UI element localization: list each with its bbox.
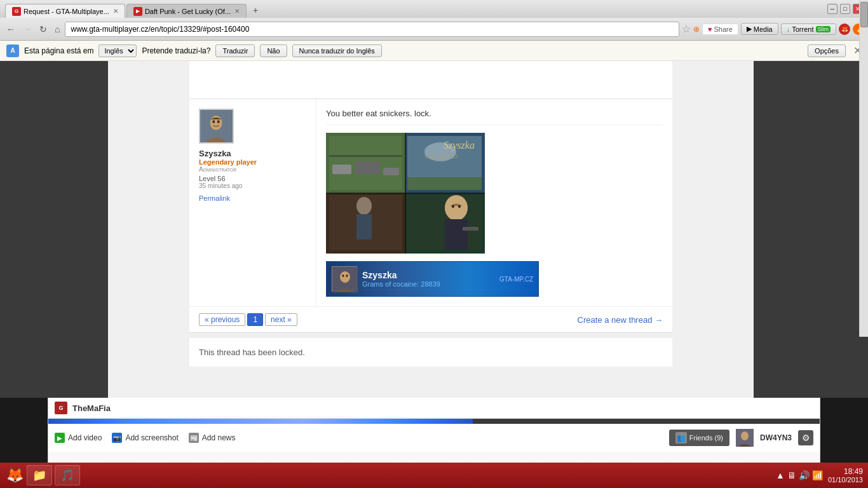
post-image-container: Szyszka GTA-SAMP.CZ [326, 133, 663, 254]
bottom-actions: ▶ Add video 📷 Add screenshot 📰 Add news … [48, 424, 820, 452]
author-name: Szyszka [199, 149, 306, 158]
add-video-label: Add video [68, 433, 102, 442]
post-text: You better eat snickers. lock. [326, 109, 663, 125]
share-button[interactable]: ♥ Share [702, 24, 738, 35]
svg-point-33 [346, 274, 348, 277]
torrent-button[interactable]: ↓ Torrent Slim [781, 24, 836, 35]
gta-tab-icon: G [12, 7, 21, 16]
translate-message: Esta página está em [24, 46, 93, 55]
settings-button[interactable]: ⚙ [798, 430, 813, 445]
post-author-column: Szyszka Legendary player Administrator L… [189, 99, 316, 306]
pagination-row: « previous 1 next » Create a new thread … [189, 307, 672, 333]
signal-icon: 📶 [812, 470, 823, 480]
maximize-button[interactable]: □ [840, 4, 850, 14]
taskbar-firefox-icon[interactable]: 🦊 [5, 466, 24, 485]
post-image: Szyszka GTA-SAMP.CZ [326, 133, 485, 254]
taskbar-system-icons: ▲ 🖥 🔊 📶 [776, 470, 823, 480]
back-button[interactable]: ← [4, 23, 18, 36]
thread-locked-message: This thread has been locked. [189, 338, 672, 367]
add-screenshot-button[interactable]: 📷 Add screenshot [112, 433, 178, 443]
avatar [199, 109, 234, 144]
tab-gta-close[interactable]: ✕ [113, 8, 118, 15]
sig-logo: GTA-MP.CZ [499, 276, 533, 283]
news-icon: 📰 [189, 433, 199, 443]
no-translate-button[interactable]: Não [260, 44, 287, 57]
translate-question: Pretende traduzi-la? [142, 46, 210, 55]
taskbar: 🦊 📁 🎵 ▲ 🖥 🔊 📶 18:49 01/10/2013 [0, 463, 868, 488]
taskbar-app-folder[interactable]: 📁 [27, 465, 52, 485]
author-level: Level 56 [199, 175, 306, 182]
progress-bar-container [48, 419, 820, 424]
bottom-right-actions: 👥 Friends (9) DW4YN3 ⚙ [669, 429, 813, 447]
tab-gta[interactable]: G Request - GTA-Multiplaye... ✕ [5, 4, 125, 18]
window-controls: ─ □ ✕ [827, 4, 863, 14]
user-avatar [736, 429, 754, 447]
tab-gta-label: Request - GTA-Multiplaye... [24, 8, 109, 15]
add-video-button[interactable]: ▶ Add video [55, 433, 102, 443]
taskbar-right: ▲ 🖥 🔊 📶 18:49 01/10/2013 [776, 467, 863, 484]
svg-point-3 [212, 120, 215, 123]
community-name: TheMaFia [72, 403, 111, 413]
bottom-bar-inner: G TheMaFia ▶ Add video 📷 Add screenshot … [48, 398, 820, 473]
translate-button[interactable]: Traduzir [215, 44, 255, 57]
author-role: Administrator [199, 166, 306, 173]
author-rank: Legendary player [199, 158, 306, 166]
bookmark-star-icon[interactable]: ☆ [682, 23, 691, 35]
add-news-button[interactable]: 📰 Add news [189, 433, 236, 443]
prev-page-link[interactable]: « previous [199, 313, 245, 326]
taskbar-app-media[interactable]: 🎵 [55, 465, 80, 485]
scroll-thumb[interactable] [860, 2, 868, 27]
svg-point-35 [741, 431, 749, 440]
tab-youtube-close[interactable]: ✕ [234, 8, 240, 15]
current-page-link[interactable]: 1 [247, 313, 263, 326]
reload-button[interactable]: ↻ [37, 23, 50, 36]
svg-point-4 [217, 120, 220, 123]
signature-card: Szyszka Grams of cocaine: 28839 GTA-MP.C… [326, 261, 539, 297]
svg-point-25 [458, 205, 461, 208]
never-translate-button[interactable]: Nunca traduzir do Inglês [292, 44, 382, 57]
main-content: Szyszka Legendary player Administrator L… [108, 61, 754, 398]
add-screenshot-label: Add screenshot [125, 433, 178, 442]
network-icon: 🖥 [787, 470, 796, 480]
permalink[interactable]: Permalink [199, 194, 306, 202]
svg-point-24 [452, 205, 454, 208]
svg-rect-11 [355, 161, 380, 174]
tab-youtube[interactable]: ▶ Daft Punk - Get Lucky (Of... ✕ [126, 4, 247, 18]
svg-point-18 [356, 197, 372, 215]
svg-rect-20 [407, 195, 482, 250]
new-tab-button[interactable]: + [248, 3, 263, 18]
scroll-indicator[interactable] [859, 0, 868, 337]
previous-post-space [189, 61, 672, 99]
sig-name: Szyszka [362, 270, 494, 280]
content-area: Szyszka Legendary player Administrator L… [189, 61, 672, 367]
add-news-label: Add news [202, 433, 236, 442]
heart-icon: ♥ [708, 25, 712, 33]
svg-rect-22 [445, 219, 468, 250]
firefox-icon[interactable]: 🦊 [839, 24, 850, 35]
progress-bar [48, 419, 473, 424]
sig-detail: Grams of cocaine: 28839 [362, 280, 494, 288]
translation-bar: A Esta página está em Inglês Pretende tr… [0, 41, 868, 61]
community-logo: G [55, 402, 67, 414]
svg-text:Szyszka: Szyszka [444, 140, 475, 151]
taskbar-clock: 18:49 01/10/2013 [828, 467, 863, 484]
media-button[interactable]: ▶ Media [741, 23, 778, 35]
create-thread-link[interactable]: Create a new thread → [578, 315, 663, 325]
title-bar: G Request - GTA-Multiplaye... ✕ ▶ Daft P… [0, 0, 868, 18]
minimize-button[interactable]: ─ [827, 4, 837, 14]
friends-button[interactable]: 👥 Friends (9) [669, 430, 729, 446]
video-icon: ▶ [55, 433, 65, 443]
svg-text:GTA-SAMP.CZ: GTA-SAMP.CZ [424, 154, 458, 159]
svg-rect-23 [463, 227, 478, 231]
address-bar[interactable] [65, 22, 679, 37]
rss-icon: ⊕ [693, 25, 700, 34]
friends-label: Friends (9) [689, 434, 723, 442]
translation-options-button[interactable]: Opções [808, 44, 846, 57]
friends-icon: 👥 [675, 432, 687, 444]
forward-button[interactable]: → [20, 23, 34, 36]
language-select[interactable]: Inglês [98, 44, 137, 57]
home-button[interactable]: ⌂ [52, 23, 62, 36]
next-page-link[interactable]: next » [265, 313, 297, 326]
username-label: DW4YN3 [760, 433, 792, 442]
share-label: Share [714, 25, 732, 33]
